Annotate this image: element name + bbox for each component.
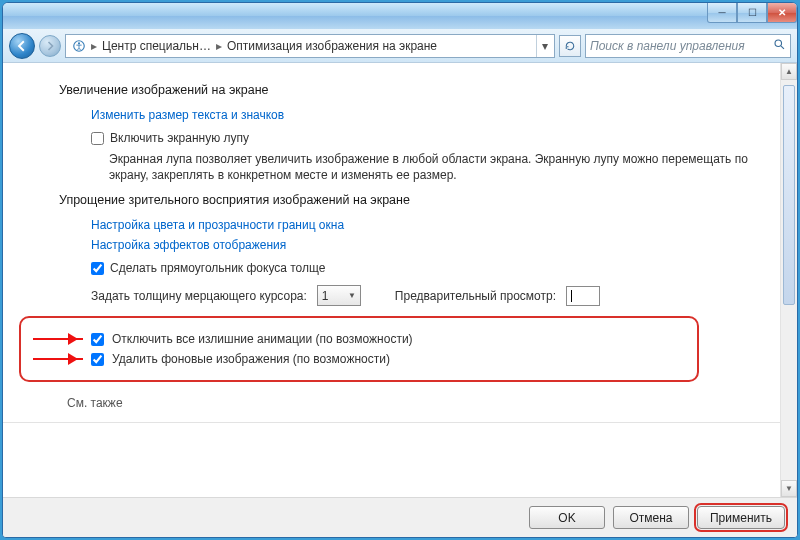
label-disable-animations: Отключить все излишние анимации (по возм… bbox=[112, 332, 413, 346]
section-title-simplify: Упрощение зрительного восприятия изображ… bbox=[59, 193, 773, 207]
minimize-button[interactable]: ─ bbox=[707, 3, 737, 23]
ease-of-access-icon bbox=[71, 38, 87, 54]
forward-button[interactable] bbox=[39, 35, 61, 57]
breadcrumb-sep-icon: ▸ bbox=[90, 39, 98, 53]
search-input[interactable]: Поиск в панели управления bbox=[585, 34, 791, 58]
link-change-text-icon-size[interactable]: Изменить размер текста и значков bbox=[91, 108, 284, 122]
separator bbox=[3, 422, 797, 423]
label-cursor-thickness: Задать толщину мерцающего курсора: bbox=[91, 289, 307, 303]
arrow-left-icon bbox=[16, 40, 28, 52]
search-icon bbox=[773, 38, 786, 54]
maximize-button[interactable]: ☐ bbox=[737, 3, 767, 23]
label-preview: Предварительный просмотр: bbox=[395, 289, 556, 303]
highlighted-options-group: Отключить все излишние анимации (по возм… bbox=[19, 316, 699, 382]
label-enable-magnifier: Включить экранную лупу bbox=[110, 131, 249, 145]
dialog-button-bar: OK Отмена Применить bbox=[3, 497, 797, 537]
see-also-label: См. также bbox=[67, 396, 773, 410]
ok-button[interactable]: OK bbox=[529, 506, 605, 529]
scroll-down-icon[interactable]: ▼ bbox=[781, 480, 797, 497]
search-placeholder: Поиск в панели управления bbox=[590, 39, 745, 53]
back-button[interactable] bbox=[9, 33, 35, 59]
scrollbar[interactable]: ▲ ▼ bbox=[780, 63, 797, 497]
breadcrumb-sep-icon: ▸ bbox=[215, 39, 223, 53]
cursor-thickness-value: 1 bbox=[322, 289, 329, 303]
cancel-button[interactable]: Отмена bbox=[613, 506, 689, 529]
maximize-icon: ☐ bbox=[748, 7, 757, 18]
link-window-border-color[interactable]: Настройка цвета и прозрачности границ ок… bbox=[91, 218, 344, 232]
titlebar: ─ ☐ ✕ bbox=[3, 3, 797, 29]
minimize-icon: ─ bbox=[718, 7, 725, 18]
label-remove-backgrounds: Удалить фоновые изображения (по возможно… bbox=[112, 352, 390, 366]
control-panel-window: ─ ☐ ✕ ▸ Центр специальн… ▸ Оптимизация и… bbox=[2, 2, 798, 538]
apply-button[interactable]: Применить bbox=[697, 506, 785, 529]
close-button[interactable]: ✕ bbox=[767, 3, 797, 23]
close-icon: ✕ bbox=[778, 7, 786, 18]
checkbox-remove-backgrounds[interactable] bbox=[91, 353, 104, 366]
svg-point-1 bbox=[78, 42, 80, 44]
scroll-thumb[interactable] bbox=[783, 85, 795, 305]
refresh-button[interactable] bbox=[559, 35, 581, 57]
chevron-down-icon: ▼ bbox=[348, 291, 356, 300]
cursor-thickness-select[interactable]: 1 ▼ bbox=[317, 285, 361, 306]
annotation-arrow-icon bbox=[33, 338, 83, 340]
refresh-icon bbox=[564, 40, 576, 52]
checkbox-enable-magnifier[interactable] bbox=[91, 132, 104, 145]
arrow-right-icon bbox=[45, 41, 55, 51]
label-thicker-focus-rect: Сделать прямоугольник фокуса толще bbox=[110, 261, 325, 275]
link-display-effects[interactable]: Настройка эффектов отображения bbox=[91, 238, 286, 252]
checkbox-disable-animations[interactable] bbox=[91, 333, 104, 346]
breadcrumb-seg-2[interactable]: Оптимизация изображения на экране bbox=[223, 39, 441, 53]
annotation-arrow-icon bbox=[33, 358, 83, 360]
breadcrumb-dropdown-icon[interactable]: ▾ bbox=[536, 35, 552, 57]
cursor-preview bbox=[566, 286, 600, 306]
breadcrumb-seg-1[interactable]: Центр специальн… bbox=[98, 39, 215, 53]
checkbox-thicker-focus-rect[interactable] bbox=[91, 262, 104, 275]
navigation-bar: ▸ Центр специальн… ▸ Оптимизация изображ… bbox=[3, 29, 797, 63]
caret-icon bbox=[571, 290, 572, 302]
content-area: ▲ ▼ Увеличение изображений на экране Изм… bbox=[3, 63, 797, 497]
breadcrumb[interactable]: ▸ Центр специальн… ▸ Оптимизация изображ… bbox=[65, 34, 555, 58]
window-controls: ─ ☐ ✕ bbox=[707, 3, 797, 23]
section-title-enlarge: Увеличение изображений на экране bbox=[59, 83, 773, 97]
svg-point-2 bbox=[775, 40, 782, 47]
magnifier-description: Экранная лупа позволяет увеличить изобра… bbox=[109, 151, 773, 183]
scroll-up-icon[interactable]: ▲ bbox=[781, 63, 797, 80]
